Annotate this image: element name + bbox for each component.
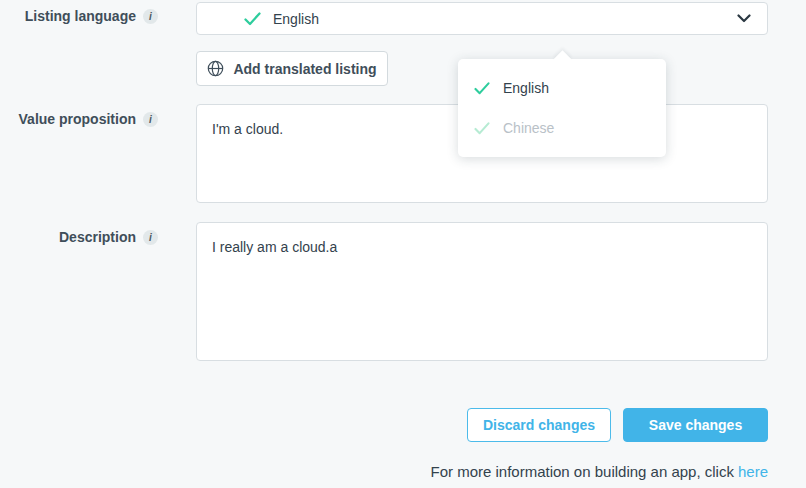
check-icon (244, 12, 261, 26)
add-translated-listing-label: Add translated listing (233, 61, 376, 77)
description-label-row: Description i (0, 228, 158, 246)
menu-item-english[interactable]: English (458, 68, 666, 108)
footer-help-text: For more information on building an app,… (430, 463, 768, 480)
value-proposition-label: Value proposition (19, 111, 136, 127)
chevron-down-icon (737, 14, 751, 23)
listing-language-label: Listing language (25, 8, 136, 24)
menu-item-label: Chinese (503, 120, 554, 136)
listing-language-label-row: Listing language i (0, 7, 158, 25)
add-translated-listing-button[interactable]: Add translated listing (196, 51, 388, 86)
info-icon[interactable]: i (143, 112, 158, 127)
description-label: Description (59, 229, 136, 245)
footer-here-link[interactable]: here (738, 463, 768, 480)
value-proposition-label-row: Value proposition i (0, 110, 158, 128)
save-changes-button[interactable]: Save changes (623, 408, 768, 442)
language-dropdown-menu: English Chinese (458, 59, 666, 157)
menu-item-label: English (503, 80, 549, 96)
check-icon (474, 82, 490, 95)
info-icon[interactable]: i (143, 230, 158, 245)
selected-language-value: English (273, 11, 319, 27)
description-input[interactable]: I really am a cloud.a (196, 222, 768, 361)
app-listing-settings-form: Listing language i English Add translate… (0, 0, 806, 488)
globe-icon (207, 60, 224, 77)
discard-changes-button[interactable]: Discard changes (467, 408, 611, 442)
menu-item-chinese[interactable]: Chinese (458, 108, 666, 148)
info-icon[interactable]: i (143, 9, 158, 24)
check-icon (474, 122, 490, 135)
listing-language-select[interactable]: English (196, 2, 768, 35)
footer-text: For more information on building an app,… (430, 463, 734, 480)
